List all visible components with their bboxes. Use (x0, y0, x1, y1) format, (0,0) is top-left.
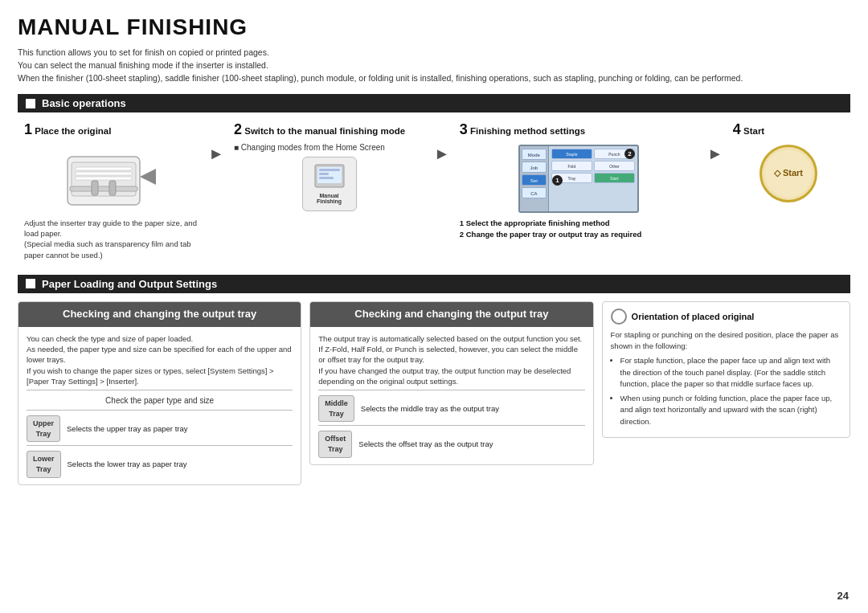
check-type-size-text: Check the paper type and size (27, 395, 293, 407)
touch-screen: Mode Job Set CA 2 1 Staple Punch (518, 145, 639, 213)
screen-row-1: Staple Punch (551, 149, 635, 159)
badge-1: 1 (552, 175, 563, 186)
manual-finishing-icon: ManualFinishing (302, 157, 357, 211)
arrow-3: ► (704, 145, 727, 163)
screen-cell-fold: Fold (551, 161, 592, 171)
output-tray-header: Checking and changing the output tray (310, 302, 592, 327)
paper-loading-header: Paper Loading and Output Settings (18, 275, 850, 293)
intro-text: This function allows you to set for fini… (18, 47, 850, 84)
divider-4 (318, 390, 584, 390)
upper-tray-button[interactable]: UpperTray (27, 415, 60, 442)
offset-tray-label: Selects the offset tray as the output tr… (358, 439, 493, 449)
screen-row-2: Fold Other (551, 161, 635, 171)
svg-rect-5 (70, 186, 137, 191)
step-1: 1 Place the original (18, 121, 205, 260)
step-3-notes: 1 Select the appropriate finishing metho… (460, 218, 698, 241)
screen-cell-other: Other (594, 161, 635, 171)
svg-rect-2 (76, 167, 132, 170)
step-4-title: 4 Start (733, 121, 844, 139)
step-3-title: 3 Finishing method settings (460, 121, 698, 139)
input-tray-desc: You can check the type and size of paper… (27, 333, 293, 386)
steps-row: 1 Place the original (18, 121, 850, 260)
page-title: MANUAL FINISHING (18, 14, 850, 40)
input-tray-body: You can check the type and size of paper… (18, 327, 301, 484)
screen-cell-start: Start (594, 173, 635, 183)
screen-sidebar: Mode Job Set CA (520, 146, 549, 211)
step-1-image (24, 145, 199, 213)
step-2-image: ManualFinishing (234, 157, 424, 211)
middle-tray-button[interactable]: MiddleTray (318, 395, 354, 422)
orientation-intro: For stapling or punching on the desired … (611, 329, 841, 353)
svg-rect-3 (76, 172, 132, 175)
middle-tray-row: MiddleTray Selects the middle tray as th… (318, 395, 584, 422)
lower-tray-row: LowerTray Selects the lower tray as pape… (27, 451, 293, 477)
orientation-panel: Orientation of placed original For stapl… (602, 301, 850, 438)
arrow-2: ► (431, 145, 453, 163)
step-2-title: 2 Switch to the manual finishing mode (234, 121, 424, 139)
input-tray-header: Checking and changing the output tray (18, 302, 301, 327)
screen-btn-2: Job (522, 161, 547, 173)
basic-ops-header: Basic operations (18, 94, 850, 112)
paper-loading-body: Checking and changing the output tray Yo… (18, 301, 850, 485)
offset-tray-row: OffsetTray Selects the offset tray as th… (318, 431, 584, 457)
svg-rect-13 (319, 177, 334, 179)
orientation-item-1: For staple function, place the paper fac… (620, 355, 841, 390)
step-4-image: ◇ Start (733, 145, 844, 202)
screen-cell-staple: Staple (551, 149, 592, 159)
step-4: 4 Start ◇ Start (727, 121, 850, 206)
screen-main-area: 2 1 Staple Punch Fold Other Tra (549, 146, 637, 211)
svg-rect-7 (109, 181, 116, 195)
screen-mockup: Mode Job Set CA 2 1 Staple Punch (518, 145, 639, 213)
step-1-title: 1 Place the original (24, 121, 199, 139)
orientation-item-2: When using punch or folding function, pl… (620, 393, 841, 427)
screen-btn-4: CA (522, 187, 547, 198)
offset-tray-button[interactable]: OffsetTray (318, 431, 352, 457)
screen-btn-1: Mode (522, 149, 547, 160)
orientation-title: Orientation of placed original (611, 309, 841, 325)
svg-rect-12 (319, 173, 329, 175)
start-button-illustration: ◇ Start (760, 145, 817, 202)
svg-rect-6 (92, 181, 98, 195)
output-tray-panel: Checking and changing the output tray Th… (309, 301, 593, 465)
screen-btn-3: Set (522, 174, 547, 186)
divider-3 (27, 445, 293, 446)
divider-2 (27, 410, 293, 411)
paper-loading-section: Paper Loading and Output Settings Checki… (18, 275, 850, 485)
divider-5 (318, 425, 584, 426)
lower-tray-label: Selects the lower tray as paper tray (68, 459, 187, 469)
arrow-1: ► (205, 145, 227, 163)
page-number: 24 (837, 590, 849, 602)
step-2: 2 Switch to the manual finishing mode ■ … (227, 121, 431, 215)
upper-tray-row: UpperTray Selects the upper tray as pape… (27, 415, 293, 442)
svg-rect-11 (319, 169, 340, 171)
svg-marker-8 (140, 169, 156, 185)
input-tray-panel: Checking and changing the output tray Yo… (18, 301, 301, 485)
upper-tray-label: Selects the upper tray as paper tray (67, 423, 188, 434)
step-1-note: Adjust the inserter tray guide to the pa… (24, 218, 199, 260)
screen-row-3: Tray Start (551, 173, 635, 183)
divider-1 (27, 390, 293, 390)
step-3-image: Mode Job Set CA 2 1 Staple Punch (460, 145, 698, 213)
orientation-body: For stapling or punching on the desired … (611, 329, 841, 427)
lower-tray-button[interactable]: LowerTray (27, 451, 61, 477)
step-2-subtitle: ■ Changing modes from the Home Screen (234, 143, 424, 152)
inserter-illustration (63, 145, 160, 213)
output-tray-body: The output tray is automatically selecte… (310, 327, 592, 464)
orientation-list: For staple function, place the paper fac… (611, 355, 841, 427)
badge-2: 2 (624, 149, 635, 159)
step-3: 3 Finishing method settings Mode Job Set… (453, 121, 704, 240)
output-tray-desc: The output tray is automatically selecte… (318, 333, 584, 386)
basic-operations-section: Basic operations 1 Place the original (18, 94, 850, 260)
svg-rect-4 (76, 177, 132, 180)
middle-tray-label: Selects the middle tray as the output tr… (361, 403, 499, 414)
